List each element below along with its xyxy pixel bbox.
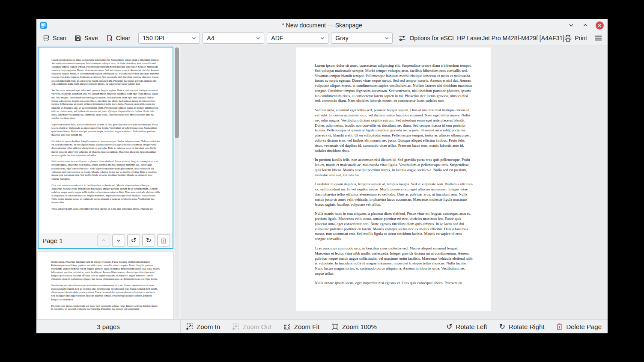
zoom-in-icon — [186, 323, 193, 330]
chevron-down-icon — [116, 237, 122, 243]
skanpage-window: * New document — Skanpage — [36, 19, 608, 333]
printer-icon — [564, 35, 572, 42]
color-mode-value: Gray — [335, 35, 348, 42]
page-size-value: A4 — [207, 35, 214, 42]
resolution-select[interactable]: 150 DPI — [138, 33, 200, 44]
page-1-item[interactable]: Lorem ipsum dolor sit amet, consectetur … — [38, 47, 173, 249]
scan-label: Scan — [53, 35, 66, 42]
zoom-out-icon — [232, 323, 239, 330]
zoom-fit-button[interactable]: Zoom Fit — [283, 323, 319, 330]
close-button[interactable] — [596, 21, 604, 30]
scanner-options-label: Options for eSCL HP LaserJet Pro M428f-M… — [409, 35, 564, 42]
page-size-select[interactable]: A4 — [203, 33, 264, 44]
scan-source-select[interactable]: ADF — [267, 33, 328, 44]
zoom-fit-label: Zoom Fit — [294, 323, 319, 330]
document-page-preview: Lorem ipsum dolor sit amet, consectetur … — [296, 47, 491, 311]
chevron-up-icon — [101, 237, 107, 243]
page-1-label: Page 1 — [42, 237, 95, 244]
clear-button[interactable]: Clear — [106, 35, 130, 42]
zoom-out-button: Zoom Out — [232, 323, 271, 330]
configure-sliders-icon — [399, 35, 406, 42]
trash-icon — [556, 323, 563, 330]
page-1-thumbnail: Lorem ipsum dolor sit amet, consectetur … — [39, 47, 173, 233]
minimize-button[interactable] — [567, 21, 575, 29]
move-page-up-button — [97, 234, 110, 246]
clear-label: Clear — [116, 35, 130, 42]
zoom-fit-icon — [283, 323, 291, 330]
zoom-100-label: Zoom 100% — [342, 323, 377, 330]
hamburger-menu-button[interactable] — [594, 35, 602, 42]
rotate-left-icon: ↺ — [131, 237, 137, 244]
zoom-original-icon — [331, 323, 339, 330]
pages-count: 3 pages — [36, 320, 181, 333]
sidebar-scrollbar[interactable] — [175, 47, 179, 138]
status-bar: 3 pages Zoom In — [36, 319, 608, 333]
resolution-value: 150 DPI — [143, 35, 164, 42]
rotate-right-icon: ↻ — [499, 323, 505, 330]
page-2-item[interactable]: mollis tortor. Phasellus tincidunt sem i… — [38, 252, 173, 319]
chevron-down-icon — [256, 36, 261, 41]
scan-source-value: ADF — [271, 35, 283, 42]
titlebar: * New document — Skanpage — [36, 19, 608, 31]
window-title: * New document — Skanpage — [36, 22, 608, 29]
zoom-in-label: Zoom In — [197, 323, 220, 330]
color-mode-select[interactable]: Gray — [331, 33, 393, 44]
rotate-right-label: Rotate Right — [509, 323, 544, 330]
rotate-right-button[interactable]: ↻ Rotate Right — [499, 323, 545, 330]
maximize-button[interactable] — [581, 21, 589, 29]
scan-button[interactable]: Scan — [43, 35, 66, 42]
chevron-down-icon — [191, 36, 197, 41]
save-label: Save — [84, 35, 98, 42]
zoom-out-label: Zoom Out — [243, 323, 271, 330]
zoom-in-button[interactable]: Zoom In — [186, 323, 220, 330]
print-button[interactable]: Print — [564, 35, 587, 42]
rotate-left-label: Rotate Left — [456, 323, 487, 330]
rotate-left-button[interactable]: ↺ Rotate Left — [446, 323, 487, 330]
rotate-right-icon: ↻ — [146, 237, 152, 244]
rotate-left-icon: ↺ — [446, 323, 452, 330]
zoom-100-button[interactable]: Zoom 100% — [331, 323, 377, 330]
scanner-options-button[interactable]: Options for eSCL HP LaserJet Pro M428f-M… — [399, 35, 564, 42]
chevron-down-icon — [320, 36, 325, 41]
print-label: Print — [575, 35, 587, 42]
scan-icon — [43, 35, 50, 42]
trash-icon — [161, 237, 167, 244]
delete-page-label: Delete Page — [566, 323, 602, 330]
move-page-down-button[interactable] — [112, 234, 125, 246]
pages-sidebar: Lorem ipsum dolor sit amet, consectetur … — [36, 45, 181, 319]
document-preview-area: Lorem ipsum dolor sit amet, consectetur … — [181, 45, 608, 319]
delete-page-button[interactable]: Delete Page — [556, 323, 602, 330]
chevron-down-icon — [384, 36, 389, 41]
save-icon — [75, 35, 81, 42]
delete-page-1-button[interactable] — [157, 234, 170, 246]
main-toolbar: Scan Save Clear 150 D — [36, 31, 608, 45]
save-button[interactable]: Save — [75, 35, 98, 42]
rotate-page-right-button[interactable]: ↻ — [142, 234, 155, 246]
clear-document-icon — [106, 35, 113, 42]
hamburger-icon — [594, 35, 602, 42]
rotate-page-left-button[interactable]: ↺ — [127, 234, 140, 246]
